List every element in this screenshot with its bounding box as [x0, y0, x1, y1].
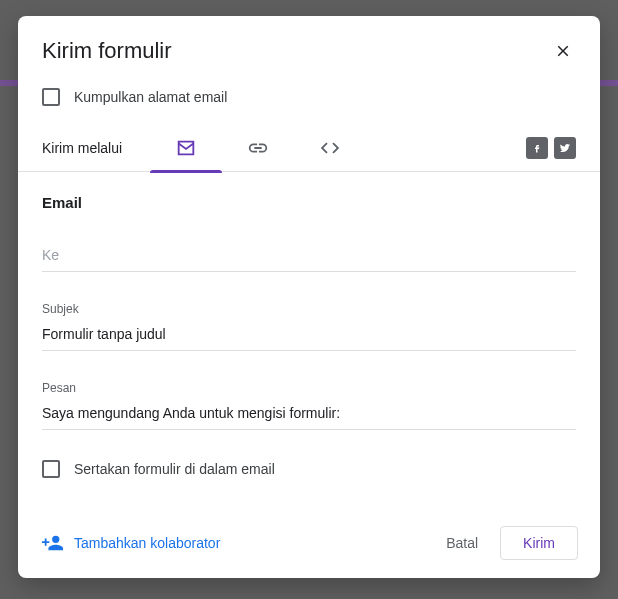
send-via-label: Kirim melalui: [42, 140, 122, 156]
subject-input[interactable]: [42, 320, 576, 351]
message-label: Pesan: [42, 381, 576, 395]
tab-embed[interactable]: [294, 124, 366, 172]
include-form-label: Sertakan formulir di dalam email: [74, 461, 275, 477]
include-form-checkbox[interactable]: [42, 460, 60, 478]
add-person-icon: [42, 532, 64, 554]
send-via-tabs: [150, 124, 366, 172]
collect-email-label: Kumpulkan alamat email: [74, 89, 227, 105]
to-input[interactable]: [42, 241, 576, 272]
dialog-footer: Tambahkan kolaborator Batal Kirim: [18, 512, 600, 560]
add-collaborator-button[interactable]: Tambahkan kolaborator: [42, 532, 220, 554]
embed-icon: [319, 137, 341, 159]
tab-link[interactable]: [222, 124, 294, 172]
facebook-share-button[interactable]: [526, 137, 548, 159]
close-icon: [554, 42, 572, 60]
email-section: Email Subjek Pesan Sertakan formulir di …: [18, 172, 600, 512]
email-icon: [175, 137, 197, 159]
cancel-button[interactable]: Batal: [432, 527, 492, 559]
collect-email-row: Kumpulkan alamat email: [18, 72, 600, 124]
message-input[interactable]: [42, 399, 576, 430]
collect-email-checkbox[interactable]: [42, 88, 60, 106]
to-field: [42, 241, 576, 272]
message-field: Pesan: [42, 381, 576, 430]
subject-label: Subjek: [42, 302, 576, 316]
subject-field: Subjek: [42, 302, 576, 351]
send-via-row: Kirim melalui: [18, 124, 600, 172]
include-form-row: Sertakan formulir di dalam email: [42, 460, 576, 478]
dialog-title: Kirim formulir: [42, 38, 172, 64]
dialog-header: Kirim formulir: [18, 16, 600, 72]
twitter-icon: [559, 142, 571, 154]
send-button[interactable]: Kirim: [500, 526, 578, 560]
send-form-dialog: Kirim formulir Kumpulkan alamat email Ki…: [18, 16, 600, 578]
link-icon: [247, 137, 269, 159]
email-heading: Email: [42, 194, 576, 211]
twitter-share-button[interactable]: [554, 137, 576, 159]
close-button[interactable]: [550, 38, 576, 64]
social-share: [526, 137, 576, 159]
add-collaborator-label: Tambahkan kolaborator: [74, 535, 220, 551]
tab-email[interactable]: [150, 124, 222, 172]
facebook-icon: [531, 142, 543, 154]
